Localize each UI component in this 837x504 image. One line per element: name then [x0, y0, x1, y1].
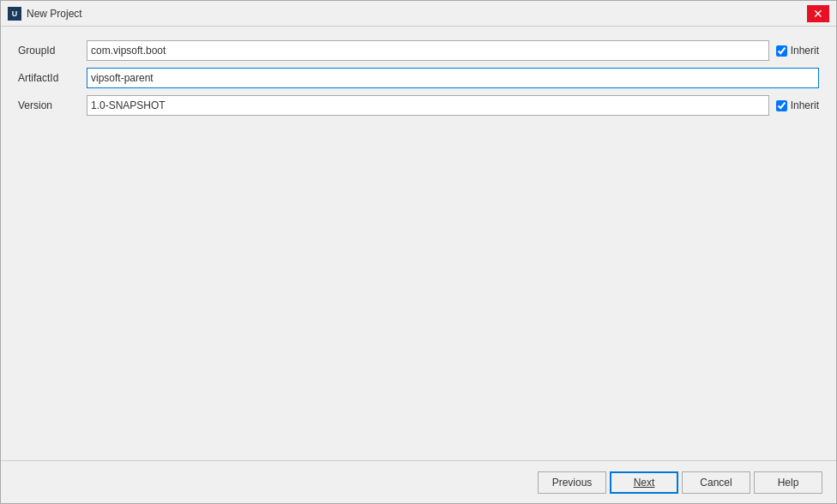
version-inherit-container: Inherit — [776, 99, 819, 111]
artifactid-label: ArtifactId — [18, 72, 87, 84]
close-button[interactable]: ✕ — [807, 5, 829, 22]
artifactid-input[interactable] — [87, 68, 819, 88]
cancel-button[interactable]: Cancel — [682, 471, 750, 494]
version-inherit-checkbox[interactable] — [776, 100, 787, 111]
groupid-label: GroupId — [18, 45, 87, 57]
dialog-title: New Project — [27, 8, 82, 20]
content-area: GroupId Inherit ArtifactId Version Inher… — [1, 27, 836, 460]
version-inherit-label[interactable]: Inherit — [791, 99, 819, 111]
next-button[interactable]: Next — [610, 471, 678, 494]
help-button[interactable]: Help — [754, 471, 822, 494]
new-project-dialog: U New Project ✕ GroupId Inherit Artifact… — [0, 0, 837, 504]
title-bar: U New Project ✕ — [1, 1, 836, 27]
app-icon: U — [8, 7, 21, 21]
groupid-inherit-checkbox[interactable] — [776, 45, 787, 57]
title-bar-left: U New Project — [8, 7, 82, 21]
version-input[interactable] — [87, 95, 769, 116]
artifactid-row: ArtifactId — [18, 68, 819, 88]
groupid-row: GroupId Inherit — [18, 40, 819, 61]
cancel-label: Cancel — [700, 477, 732, 489]
next-label: Next — [634, 477, 655, 489]
button-bar: Previous Next Cancel Help — [1, 460, 836, 503]
version-label: Version — [18, 99, 87, 111]
groupid-inherit-label[interactable]: Inherit — [791, 45, 819, 57]
version-row: Version Inherit — [18, 95, 819, 116]
groupid-input[interactable] — [87, 40, 769, 61]
previous-label: Previous — [552, 477, 593, 489]
help-label: Help — [778, 477, 799, 489]
previous-button[interactable]: Previous — [538, 471, 606, 494]
groupid-inherit-container: Inherit — [776, 45, 819, 57]
